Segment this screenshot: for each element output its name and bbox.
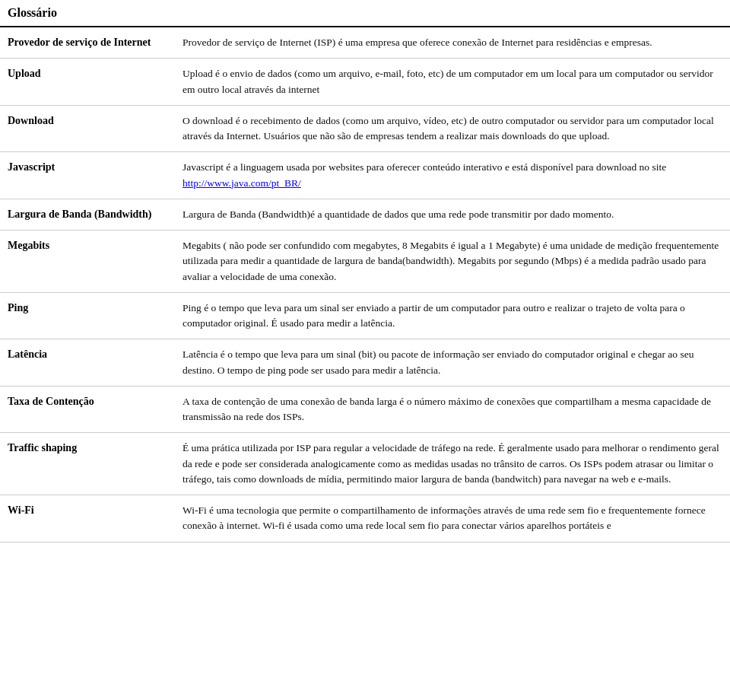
term-cell: Upload — [0, 59, 175, 106]
table-row: Largura de Banda (Bandwidth)Largura de B… — [0, 199, 730, 230]
table-row: JavascriptJavascript é a linguagem usada… — [0, 152, 730, 199]
table-row: UploadUpload é o envio de dados (como um… — [0, 59, 730, 106]
definition-cell: O download é o recebimento de dados (com… — [175, 105, 730, 152]
definition-cell: É uma prática utilizada por ISP para reg… — [175, 433, 730, 495]
term-cell: Largura de Banda (Bandwidth) — [0, 199, 175, 230]
definition-cell: Wi-Fi é uma tecnologia que permite o com… — [175, 495, 730, 542]
definition-cell: Largura de Banda (Bandwidth)é a quantida… — [175, 199, 730, 230]
glossary-title: Glossário — [0, 0, 730, 27]
javascript-link[interactable]: http://www.java.com/pt_BR/ — [182, 177, 301, 189]
term-cell: Javascript — [0, 152, 175, 199]
definition-cell: Latência é o tempo que leva para um sina… — [175, 339, 730, 387]
table-row: MegabitsMegabits ( não pode ser confundi… — [0, 231, 730, 293]
definition-cell: Javascript é a linguagem usada por websi… — [175, 152, 730, 199]
definition-cell: Megabits ( não pode ser confundido com m… — [175, 231, 730, 293]
table-row: Traffic shapingÉ uma prática utilizada p… — [0, 433, 730, 495]
term-cell: Latência — [0, 339, 175, 387]
definition-cell: Ping é o tempo que leva para um sinal se… — [175, 292, 730, 339]
table-row: DownloadO download é o recebimento de da… — [0, 105, 730, 152]
table-row: Taxa de ContençãoA taxa de contenção de … — [0, 386, 730, 433]
definition-cell: A taxa de contenção de uma conexão de ba… — [175, 386, 730, 433]
definition-cell: Upload é o envio de dados (como um arqui… — [175, 59, 730, 106]
term-cell: Megabits — [0, 231, 175, 293]
term-cell: Download — [0, 105, 175, 152]
term-cell: Taxa de Contenção — [0, 386, 175, 433]
table-row: Wi-FiWi-Fi é uma tecnologia que permite … — [0, 495, 730, 542]
term-cell: Wi-Fi — [0, 495, 175, 542]
term-cell: Provedor de serviço de Internet — [0, 27, 175, 59]
table-row: Provedor de serviço de InternetProvedor … — [0, 27, 730, 59]
glossary-table: Provedor de serviço de InternetProvedor … — [0, 27, 730, 542]
term-cell: Ping — [0, 292, 175, 339]
glossary-container: Glossário Provedor de serviço de Interne… — [0, 0, 730, 542]
definition-cell: Provedor de serviço de Internet (ISP) é … — [175, 27, 730, 59]
table-row: PingPing é o tempo que leva para um sina… — [0, 292, 730, 339]
table-row: LatênciaLatência é o tempo que leva para… — [0, 339, 730, 387]
term-cell: Traffic shaping — [0, 433, 175, 495]
